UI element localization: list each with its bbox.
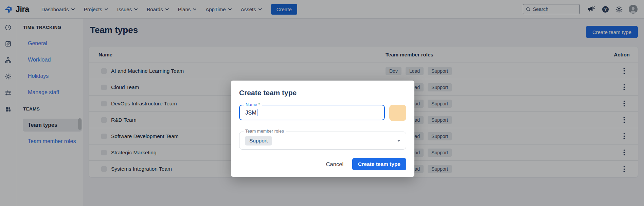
name-field-row: Name * JSM <box>239 105 406 121</box>
dialog-actions: Cancel Create team type <box>239 158 406 170</box>
cancel-button[interactable]: Cancel <box>326 161 343 168</box>
create-team-type-dialog: Create team type Name * JSM Team member … <box>231 81 414 177</box>
text-caret <box>257 109 257 116</box>
role-chip: Support <box>245 136 272 145</box>
dialog-create-button[interactable]: Create team type <box>352 158 406 170</box>
name-input[interactable]: Name * JSM <box>239 105 385 120</box>
team-member-roles-select[interactable]: Team member roles Support <box>239 132 406 150</box>
name-field-label: Name * <box>244 102 262 107</box>
name-field-value: JSM <box>245 109 256 116</box>
team-color-swatch[interactable] <box>389 105 406 121</box>
roles-field-label: Team member roles <box>244 129 286 134</box>
dialog-title: Create team type <box>239 89 406 98</box>
required-asterisk: * <box>258 102 260 107</box>
chevron-down-icon <box>397 140 400 142</box>
